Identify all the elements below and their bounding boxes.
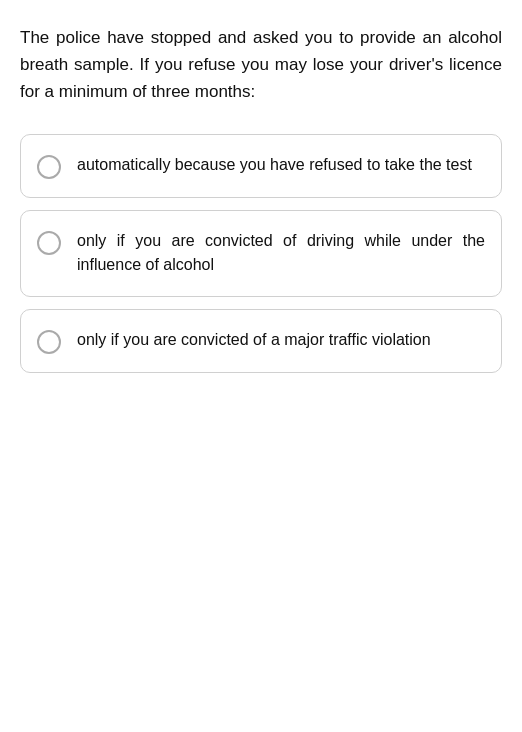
option-label-a: automatically because you have refused t… xyxy=(77,153,485,178)
radio-button-c[interactable] xyxy=(37,330,61,354)
option-card-a[interactable]: automatically because you have refused t… xyxy=(20,134,502,198)
option-label-c: only if you are convicted of a major tra… xyxy=(77,328,485,353)
option-card-c[interactable]: only if you are convicted of a major tra… xyxy=(20,309,502,373)
radio-button-a[interactable] xyxy=(37,155,61,179)
options-container: automatically because you have refused t… xyxy=(20,134,502,374)
option-card-b[interactable]: only if you are convicted of driving whi… xyxy=(20,210,502,298)
question-text: The police have stopped and asked you to… xyxy=(20,24,502,106)
option-label-b: only if you are convicted of driving whi… xyxy=(77,229,485,279)
radio-button-b[interactable] xyxy=(37,231,61,255)
